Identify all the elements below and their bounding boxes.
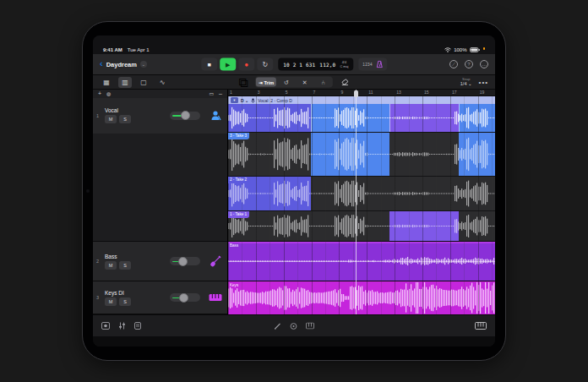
mute-button[interactable]: M: [105, 115, 117, 123]
take-lane-3[interactable]: 3 - Take 3: [228, 132, 495, 176]
track-number: 1: [96, 113, 99, 118]
ruler-bar-number: 9: [340, 90, 343, 95]
track-panel-toolbar: + ◍ ▭ –: [93, 90, 227, 98]
ruler-bar-number: 1: [230, 90, 232, 95]
browser-icon[interactable]: [101, 322, 110, 330]
track-header-panel: + ◍ ▭ – 1 Vocal M: [93, 90, 228, 314]
trim-tool-label: Trim: [264, 79, 274, 85]
comp-letter[interactable]: D ⌄: [241, 98, 248, 103]
volume-slider[interactable]: [170, 257, 200, 265]
no-overlap-icon[interactable]: ⟋: [449, 60, 458, 68]
editor-icon[interactable]: [134, 322, 141, 330]
toolbar-more-icon[interactable]: •••: [479, 79, 488, 86]
edit-tool-segment: ⇥Trim ↺ ✕ ⑃: [255, 77, 333, 88]
join-tool-icon[interactable]: ⑃: [314, 78, 332, 87]
trim-tool-icon: ⇥: [259, 79, 263, 85]
browser-view-icon[interactable]: ▦: [100, 77, 113, 88]
play-button[interactable]: ▶: [220, 58, 236, 71]
ruler-bar-number: 19: [480, 90, 485, 95]
region-view-icon[interactable]: ▢: [137, 77, 150, 88]
bottom-bar: [93, 314, 495, 336]
snap-control[interactable]: Snap 1/4 ⌄: [460, 78, 472, 86]
trim-tool-button[interactable]: ⇥Trim: [256, 78, 276, 87]
track-name: Keys DI: [105, 290, 131, 296]
solo-button[interactable]: S: [119, 115, 131, 123]
take-lane-1[interactable]: 1 - Take 1: [228, 210, 495, 241]
stop-button[interactable]: ■: [201, 58, 217, 71]
snap-value: 1/4 ⌄: [460, 81, 472, 86]
pencil-tool-icon[interactable]: [274, 322, 281, 330]
track-number: 2: [96, 259, 99, 264]
metronome-icon[interactable]: [376, 61, 383, 68]
ipad-device: 9:41 AM Tue Apr 1 100% ‹: [82, 21, 506, 361]
auto-zoom-icon[interactable]: ▭: [209, 90, 214, 96]
more-options-icon[interactable]: ⋯: [480, 60, 488, 68]
loop-tool-icon[interactable]: ↺: [277, 78, 295, 87]
arrange-area: 135791113151719 ▾ D ⌄ Vocal: 2 - Comp D: [228, 90, 495, 314]
volume-slider[interactable]: [170, 112, 200, 120]
battery-icon: [470, 47, 480, 52]
project-title[interactable]: Daydream: [106, 61, 137, 68]
region-label: Bass: [230, 243, 238, 248]
help-icon[interactable]: ?: [465, 60, 473, 68]
vocal-comp-region[interactable]: ▾ D ⌄ Vocal: 2 - Comp D: [228, 96, 495, 132]
add-track-button[interactable]: +: [98, 90, 101, 96]
ruler-bar-number: 17: [452, 90, 457, 95]
piano-small-icon[interactable]: [306, 323, 314, 330]
bar-ruler[interactable]: 135791113151719: [228, 90, 495, 96]
main-area: + ◍ ▭ – 1 Vocal M: [93, 90, 495, 314]
back-chevron-icon[interactable]: ‹: [100, 59, 103, 68]
mixer-icon[interactable]: [118, 322, 126, 330]
bass-region[interactable]: Bass: [228, 241, 495, 281]
ruler-bar-number: 13: [396, 90, 401, 95]
mute-button[interactable]: M: [105, 297, 117, 306]
edit-toolbar: ▦ ▥ ▢ ∿ ⧉ ⇥Trim ↺ ✕ ⑃: [93, 75, 495, 90]
record-button[interactable]: ●: [238, 58, 254, 71]
logic-pro-screen: 9:41 AM Tue Apr 1 100% ‹: [93, 35, 495, 347]
project-menu-chevron-icon[interactable]: ⌄: [140, 61, 147, 68]
playing-surface-keyboard-icon[interactable]: [475, 322, 487, 330]
ruler-bar-number: 3: [258, 90, 260, 95]
quantize-icon[interactable]: [290, 322, 297, 330]
volume-slider[interactable]: [170, 293, 200, 302]
solo-button[interactable]: S: [119, 261, 131, 270]
automation-icon[interactable]: ∿: [155, 77, 169, 88]
bass-guitar-icon: [209, 255, 222, 267]
comp-region-header[interactable]: ▾ D ⌄ Vocal: 2 - Comp D: [228, 96, 495, 104]
track-header-bass[interactable]: 2 Bass M S: [93, 242, 227, 281]
vocalist-icon: [209, 110, 222, 121]
take-lane-2[interactable]: 2 - Take 2: [228, 176, 495, 210]
playhead-handle[interactable]: [354, 90, 358, 97]
status-bar: 9:41 AM Tue Apr 1 100%: [93, 35, 495, 54]
split-tool-icon[interactable]: ✕: [296, 78, 313, 87]
ruler-bar-number: 5: [286, 90, 288, 95]
eraser-icon[interactable]: [338, 77, 351, 88]
take-label: 1 - Take 1: [228, 211, 249, 218]
region-label: Keys: [230, 283, 238, 287]
keyboard-icon: [209, 293, 222, 302]
playhead[interactable]: [356, 90, 357, 314]
count-in-button[interactable]: 1234: [362, 63, 372, 67]
comp-region-body[interactable]: [228, 104, 495, 132]
mic-in-use-indicator: [483, 47, 486, 50]
playhead-position: 10 2 1 631: [283, 62, 315, 68]
clock: 9:41 AM: [103, 47, 122, 52]
track-number: 3: [96, 295, 99, 300]
keys-region[interactable]: Keys: [228, 281, 495, 314]
collapse-tracks-icon[interactable]: –: [219, 90, 222, 96]
comp-region-label: Vocal: 2 - Comp D: [258, 98, 292, 103]
lcd-display[interactable]: 10 2 1 631 112,0 4/4 C maj: [278, 58, 353, 71]
ruler-bar-number: 11: [368, 90, 373, 95]
region-rows: ▾ D ⌄ Vocal: 2 - Comp D: [228, 96, 495, 314]
solo-button[interactable]: S: [119, 297, 131, 306]
copy-icon[interactable]: ⧉: [237, 77, 250, 88]
track-header-keys[interactable]: 3 Keys DI M S: [93, 281, 227, 314]
track-stack-icon[interactable]: ◍: [106, 90, 111, 96]
mute-button[interactable]: M: [105, 261, 117, 270]
key-signature: C maj: [340, 64, 348, 68]
track-header-vocal[interactable]: 1 Vocal M S: [93, 98, 227, 242]
tracks-view-icon[interactable]: ▥: [118, 77, 132, 88]
cycle-button[interactable]: ↻: [257, 58, 273, 71]
wifi-icon: [444, 47, 451, 52]
collapse-takes-icon[interactable]: ▾: [231, 97, 238, 103]
